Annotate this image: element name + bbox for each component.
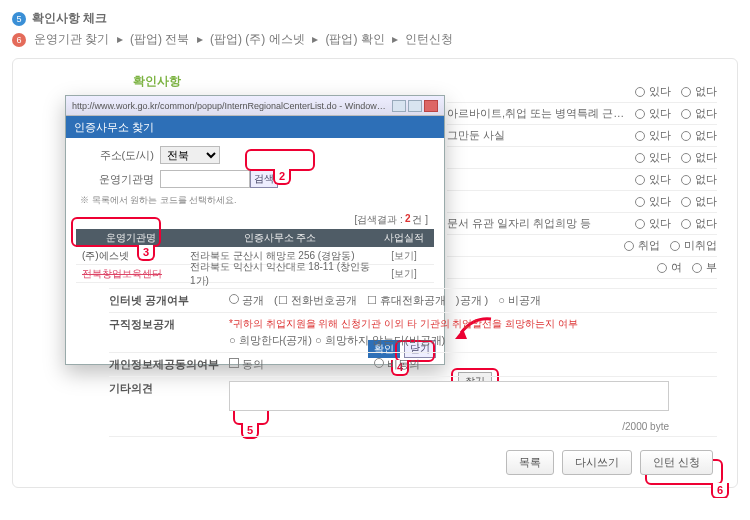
opt-label: 있다: [649, 194, 671, 209]
bottom-form: 인터넷 공개여부 공개 (☐ 전화번호공개 ☐ 휴대전화공개 )공개 ) ○ 비…: [109, 288, 717, 437]
opt-label: 없다: [695, 172, 717, 187]
q-row: 있다 없다: [447, 81, 717, 103]
q-text: 그만둔 사실: [447, 128, 635, 143]
radio-icon[interactable]: [692, 263, 702, 273]
th-orgname: 운영기관명: [76, 231, 186, 245]
opt-label: 있다: [649, 172, 671, 187]
label-other-opinion: 기타의견: [109, 381, 229, 396]
callout-num-6: 6: [711, 483, 729, 498]
cell-address: 전라북도 익산시 익산대로 18-11 (창인동1가): [186, 260, 374, 288]
opt-label: 취업: [638, 238, 660, 253]
label-jobinfo-public: 구직정보공개: [109, 317, 229, 332]
list-button[interactable]: 목록: [506, 450, 554, 475]
popup-form: 주소(도/시) 전북 운영기관명 검색 ※ 목록에서 원하는 코드를 선택하세요…: [66, 138, 444, 287]
radio-icon[interactable]: [657, 263, 667, 273]
opt-label: (☐ 전화번호공개: [274, 293, 357, 308]
step6-bullet: 6: [12, 33, 26, 47]
radio-icon[interactable]: [681, 131, 691, 141]
opt-label: 여: [671, 260, 682, 275]
radio-icon[interactable]: [635, 219, 645, 229]
cell-orgname: 전북창업보육센터: [76, 267, 186, 281]
opt-label: 비동의: [387, 358, 420, 370]
minimize-icon[interactable]: [392, 100, 406, 112]
opinion-textarea[interactable]: [229, 381, 669, 411]
opt-label: 없다: [695, 106, 717, 121]
result-label: [검색결과 :: [355, 213, 403, 227]
result-count-num: 2: [405, 213, 411, 227]
radio-icon[interactable]: [229, 294, 239, 304]
radio-icon[interactable]: [624, 241, 634, 251]
radio-icon[interactable]: [681, 153, 691, 163]
th-address: 인증사무소 주소: [186, 231, 374, 245]
radio-icon[interactable]: [635, 153, 645, 163]
checkbox-icon[interactable]: [229, 358, 239, 368]
radio-icon[interactable]: [635, 175, 645, 185]
opt-label: 없다: [695, 194, 717, 209]
q-row: 있다 없다: [447, 169, 717, 191]
cell-orgname: (주)에스넷: [76, 249, 186, 263]
opt-label: 부: [706, 260, 717, 275]
radio-icon[interactable]: [635, 131, 645, 141]
radio-icon[interactable]: [681, 87, 691, 97]
callout-num-2: 2: [273, 169, 291, 185]
opt-label: 있다: [649, 106, 671, 121]
opt-label: 공개: [242, 294, 264, 306]
radio-icon[interactable]: [374, 358, 384, 368]
intern-apply-button[interactable]: 인턴 신청: [640, 450, 713, 475]
bc-item: (팝업) 확인: [325, 32, 384, 46]
bc-arrow-icon: ▸: [197, 32, 203, 46]
rewrite-button[interactable]: 다시쓰기: [562, 450, 632, 475]
q-row: 문서 유관 일자리 취업희망 등 있다 없다: [447, 213, 717, 235]
q-row: 있다 없다: [447, 147, 717, 169]
orgname-input[interactable]: [160, 170, 250, 188]
label-privacy-consent: 개인정보제공동의여부: [109, 357, 229, 372]
radio-icon[interactable]: [635, 197, 645, 207]
th-perf: 사업실적: [374, 231, 434, 245]
step5-bullet: 5: [12, 12, 26, 26]
opt-label: 없다: [695, 84, 717, 99]
bc-arrow-icon: ▸: [392, 32, 398, 46]
step5-header: 5 확인사항 체크: [12, 10, 738, 27]
step5-title: 확인사항 체크: [32, 10, 107, 27]
close-icon[interactable]: [424, 100, 438, 112]
opt-label: 없다: [695, 128, 717, 143]
opt-label: 있다: [649, 128, 671, 143]
q-row: 있다 없다: [447, 191, 717, 213]
opt-label: ○ 비공개: [498, 293, 541, 308]
label-address: 주소(도/시): [76, 148, 160, 163]
bc-item: 운영기관 찾기: [34, 32, 109, 46]
radio-icon[interactable]: [670, 241, 680, 251]
maximize-icon[interactable]: [408, 100, 422, 112]
callout-num-3: 3: [137, 245, 155, 261]
main-panel: 확인사항 있다 없다 아르바이트,취업 또는 병역특례 근무한 있다 없다 그만…: [12, 58, 738, 488]
popup-titlebar: http://www.work.go.kr/common/popup/Inter…: [66, 96, 444, 116]
result-label: 건 ]: [412, 213, 428, 227]
radio-icon[interactable]: [635, 109, 645, 119]
label-orgname: 운영기관명: [76, 172, 160, 187]
q-row: 여 부: [447, 257, 717, 279]
cell-view-link[interactable]: [보기]: [374, 249, 434, 263]
radio-icon[interactable]: [681, 197, 691, 207]
breadcrumb: 6 운영기관 찾기 ▸ (팝업) 전북 ▸ (팝업) (주) 에스넷 ▸ (팝업…: [12, 31, 738, 48]
radio-icon[interactable]: [681, 175, 691, 185]
region-select[interactable]: 전북: [160, 146, 220, 164]
opt-label: 동의: [242, 358, 264, 370]
popup-note: ※ 목록에서 원하는 코드를 선택하세요.: [80, 194, 434, 207]
opt-label: ○ 희망한다(공개) ○ 희망하지 않는다(비공개): [229, 333, 445, 348]
opt-label: 있다: [649, 216, 671, 231]
result-count: [검색결과 : 2 건 ]: [76, 213, 434, 229]
label-internet-public: 인터넷 공개여부: [109, 293, 229, 308]
radio-icon[interactable]: [635, 87, 645, 97]
breadcrumb-items: 운영기관 찾기 ▸ (팝업) 전북 ▸ (팝업) (주) 에스넷 ▸ (팝업) …: [32, 31, 455, 48]
table-header: 운영기관명 인증사무소 주소 사업실적: [76, 229, 434, 247]
popup-heading: 인증사무소 찾기: [66, 116, 444, 138]
bc-arrow-icon: ▸: [312, 32, 318, 46]
radio-icon[interactable]: [681, 219, 691, 229]
bc-item: 인턴신청: [405, 32, 453, 46]
opt-label: 없다: [695, 150, 717, 165]
radio-icon[interactable]: [681, 109, 691, 119]
cell-view-link[interactable]: [보기]: [374, 267, 434, 281]
bc-item: (팝업) 전북: [130, 32, 189, 46]
q-text: 아르바이트,취업 또는 병역특례 근무한: [447, 106, 635, 121]
table-row[interactable]: 전북창업보육센터 전라북도 익산시 익산대로 18-11 (창인동1가) [보기…: [76, 265, 434, 283]
